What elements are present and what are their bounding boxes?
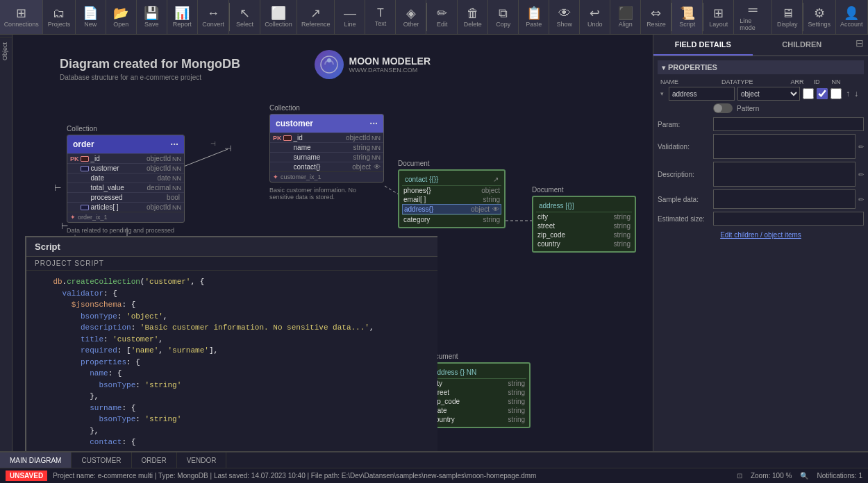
toolbar-text[interactable]: T Text: [365, 0, 396, 34]
col-headers-row: NAME DATATYPE ARR ID NN: [658, 77, 864, 85]
notifications-badge[interactable]: Notifications: 1: [817, 472, 862, 480]
toolbar-convert[interactable]: ↔ Convert: [198, 0, 230, 34]
toolbar-paste[interactable]: 📋 Paste: [519, 0, 549, 34]
contact-doc-email[interactable]: email[ ] string: [402, 195, 501, 204]
addr-vend-city[interactable]: city string: [431, 379, 526, 388]
pattern-toggle[interactable]: [713, 103, 733, 113]
customer-field-name[interactable]: PK name string NN: [270, 142, 383, 152]
contact-doc-close[interactable]: ↗: [493, 176, 499, 183]
toolbar-connections[interactable]: ⊞ Connections: [0, 0, 43, 34]
toolbar-show[interactable]: 👁 Show: [549, 0, 580, 34]
toolbar-account[interactable]: 👤 Account: [836, 0, 868, 34]
toolbar-report[interactable]: 📊 Report: [167, 0, 198, 34]
settings-icon: ⚙: [814, 7, 825, 19]
properties-section-header[interactable]: ▾ PROPERTIES: [658, 60, 864, 74]
validation-textarea[interactable]: [713, 134, 856, 159]
customer-description: Basic customer information. No sensitive…: [269, 187, 381, 201]
customer-contact-embed[interactable]: 👁: [374, 163, 381, 171]
script-content[interactable]: db.createCollection('customer', { valida…: [26, 271, 437, 446]
customer-collection: Collection customer ··· PK _id objectId …: [269, 104, 384, 183]
toolbar-linemode[interactable]: ═ Line mode: [734, 0, 772, 34]
children-tab[interactable]: CHILDREN: [753, 35, 852, 56]
addr-vend-street[interactable]: street string: [431, 388, 526, 397]
nn-checkbox[interactable]: [831, 88, 842, 99]
toolbar-resize[interactable]: ⇔ Resize: [641, 0, 671, 34]
addr-cust-city[interactable]: city string: [536, 212, 632, 221]
toolbar-open[interactable]: 📂 Open: [106, 0, 137, 34]
contact-doc-phones[interactable]: phones{} object: [402, 186, 501, 195]
customer-field-contact[interactable]: PK contact{} object 👁: [270, 162, 383, 171]
sort-down-icon[interactable]: ↓: [854, 89, 858, 99]
id-checkbox[interactable]: [817, 88, 828, 99]
col-header-arr: ARR: [787, 77, 807, 85]
toolbar-delete[interactable]: 🗑 Delete: [458, 0, 488, 34]
order-field-processed[interactable]: PK processed bool: [67, 192, 184, 202]
toolbar-select[interactable]: ↖ Select: [230, 0, 260, 34]
btab-customer[interactable]: CUSTOMER: [72, 452, 131, 468]
toolbar-script[interactable]: 📜 Script: [672, 0, 703, 34]
toolbar-projects[interactable]: 🗂 Projects: [43, 0, 75, 34]
customer-coll-box[interactable]: customer ··· PK _id objectId NN PK name …: [269, 114, 384, 183]
edit-children-link[interactable]: Edit children / object items: [658, 231, 864, 239]
btab-vendor[interactable]: VENDOR: [177, 452, 227, 468]
validation-edit-icon[interactable]: ✏: [858, 143, 864, 151]
address-vendor-doc-box[interactable]: address {} NN city string street string …: [426, 362, 531, 428]
toolbar-other[interactable]: ◈ Other: [396, 0, 426, 34]
sort-up-icon[interactable]: ↑: [846, 89, 850, 99]
toolbar-line[interactable]: — Line: [335, 0, 365, 34]
param-input[interactable]: [713, 117, 864, 131]
order-field-total[interactable]: PK total_value decimal NN: [67, 183, 184, 192]
paste-icon: 📋: [526, 7, 542, 19]
arr-checkbox[interactable]: [803, 88, 814, 99]
description-textarea[interactable]: [713, 162, 856, 187]
addr-vend-zip[interactable]: zip_code string: [431, 397, 526, 406]
order-field-date[interactable]: PK date date NN: [67, 173, 184, 183]
addr-vend-state[interactable]: state string: [431, 406, 526, 415]
sidebar-tab-object[interactable]: Object: [0, 37, 12, 65]
description-edit-icon[interactable]: ✏: [858, 171, 864, 178]
field-details-tab[interactable]: FIELD DETAILS: [653, 35, 753, 56]
estimated-input[interactable]: [713, 212, 864, 226]
address-vendor-doc-label: Document: [426, 353, 531, 360]
toolbar-layout[interactable]: ⊞ Layout: [703, 0, 734, 34]
addr-cust-street[interactable]: street string: [536, 221, 632, 230]
pattern-row: Pattern: [713, 103, 864, 113]
btab-order[interactable]: ORDER: [132, 452, 177, 468]
order-field-id[interactable]: PK _id objectId NN: [67, 153, 184, 163]
fit-icon[interactable]: ⊡: [737, 472, 742, 480]
addr-cust-country[interactable]: country string: [536, 239, 632, 248]
right-panel-collapse-btn[interactable]: ⊟: [851, 35, 868, 56]
toolbar-display[interactable]: 🖥 Display: [772, 0, 803, 34]
field-name-input[interactable]: [669, 87, 735, 101]
customer-field-surname[interactable]: PK surname string NN: [270, 152, 383, 162]
other-icon: ◈: [406, 7, 416, 19]
order-field-articles[interactable]: PK articles[ ] objectId NN: [67, 202, 184, 212]
zoom-out-btn[interactable]: 🔍: [800, 472, 808, 480]
toolbar-settings[interactable]: ⚙ Settings: [803, 0, 835, 34]
contact-doc-address[interactable]: address{} object 👁: [402, 204, 501, 214]
order-coll-box[interactable]: order ··· PK _id objectId NN PK customer…: [67, 135, 185, 223]
addr-vend-country[interactable]: country string: [431, 415, 526, 424]
address-customer-doc-box[interactable]: address [{}] city string street string z…: [532, 196, 636, 253]
order-field-customer[interactable]: PK customer objectId NN: [67, 163, 184, 173]
toolbar-edit[interactable]: ✏ Edit: [427, 0, 458, 34]
contact-address-embed[interactable]: 👁: [492, 205, 499, 213]
toolbar-new[interactable]: 📄 New: [76, 0, 106, 34]
customer-field-id[interactable]: PK _id objectId NN: [270, 133, 383, 142]
btab-main-diagram[interactable]: MAIN DIAGRAM: [0, 452, 72, 468]
sample-textarea[interactable]: [713, 189, 856, 209]
contact-doc-box[interactable]: contact {{}} ↗ phones{} object email[ ] …: [398, 169, 506, 228]
field-datatype-select[interactable]: object string array: [737, 87, 800, 101]
customer-more-btn[interactable]: ···: [369, 118, 378, 129]
order-more-btn[interactable]: ···: [170, 139, 178, 150]
addr-cust-zip[interactable]: zip_code string: [536, 230, 632, 239]
contact-doc-category[interactable]: category string: [402, 215, 501, 224]
canvas[interactable]: Diagram created for MongoDB Database str…: [12, 35, 653, 451]
sample-edit-icon[interactable]: ✏: [858, 196, 864, 203]
toolbar-copy[interactable]: ⧉ Copy: [488, 0, 519, 34]
toolbar-save[interactable]: 💾 Save: [137, 0, 167, 34]
toolbar-align[interactable]: ⬛ Align: [610, 0, 641, 34]
toolbar-undo[interactable]: ↩ Undo: [580, 0, 610, 34]
toolbar-reference[interactable]: ↗ Reference: [297, 0, 335, 34]
toolbar-collection[interactable]: ⬜ Collection: [260, 0, 297, 34]
